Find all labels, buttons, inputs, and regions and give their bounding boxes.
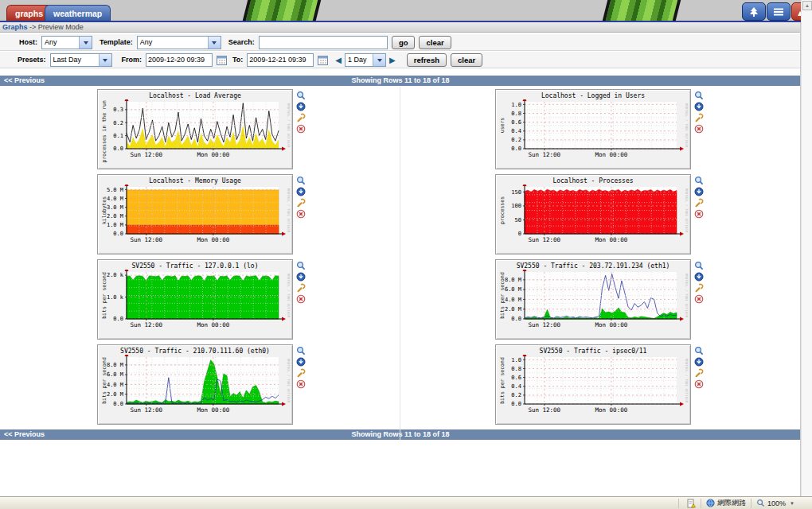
shift-span-select[interactable]: 1 Day: [345, 53, 386, 67]
graph-image[interactable]: Localhost - Processes 050100150Sun 12:00…: [495, 174, 691, 254]
remove-graph-icon[interactable]: [296, 294, 306, 304]
zoom-graph-icon[interactable]: [296, 346, 306, 356]
remove-graph-icon[interactable]: [694, 209, 704, 219]
svg-text:1.0: 1.0: [511, 357, 521, 363]
svg-text:0.0: 0.0: [511, 401, 521, 407]
graph-actions: [296, 261, 306, 304]
zoom-graph-icon[interactable]: [296, 176, 306, 185]
svg-text:bits per second: bits per second: [499, 357, 506, 404]
presets-select[interactable]: Last Day: [50, 53, 112, 67]
svg-text:0.1: 0.1: [113, 133, 123, 139]
graph-image[interactable]: Localhost - Logged in Users 0.00.20.40.6…: [495, 89, 691, 169]
go-button[interactable]: go: [392, 36, 416, 49]
breadcrumb-graphs-link[interactable]: Graphs: [2, 23, 28, 31]
graph-title: SV2550 - Traffic - 127.0.0.1 (lo): [98, 262, 292, 270]
graph-image[interactable]: SV2550 - Traffic - 210.70.111.60 (eth0) …: [97, 344, 293, 425]
svg-text:0.6: 0.6: [511, 375, 521, 381]
globe-icon: [706, 499, 715, 507]
remove-graph-icon[interactable]: [296, 124, 306, 134]
graph-title: Localhost - Processes: [496, 177, 690, 185]
from-date-input[interactable]: [146, 53, 213, 67]
svg-text:Sun 12:00: Sun 12:00: [529, 151, 561, 158]
remove-graph-icon[interactable]: [296, 209, 306, 219]
template-label: Template:: [100, 38, 133, 46]
graph-cell: Localhost - Load Average 0.00.10.20.3Sun…: [97, 89, 307, 169]
to-date-input[interactable]: [247, 53, 314, 67]
to-calendar-icon[interactable]: [317, 54, 329, 66]
svg-text:RRDTOOL / TOBI OETIKER: RRDTOOL / TOBI OETIKER: [287, 359, 291, 403]
remove-graph-icon[interactable]: [694, 294, 704, 304]
zoom-graph-icon[interactable]: [296, 91, 306, 100]
template-select[interactable]: Any: [137, 36, 221, 49]
presets-select-value: Last Day: [53, 56, 82, 64]
graph-cell: SV2550 - Traffic - ipsec0/11 0.00.20.40.…: [495, 344, 705, 425]
svg-text:2.0 M: 2.0 M: [107, 391, 123, 398]
graph-plot: 0.00.10.20.3Sun 12:00Mon 00:00processes …: [99, 99, 293, 169]
graph-cell: Localhost - Memory Usage 0.01.0 M2.0 M3.…: [97, 174, 307, 254]
graph-source-icon[interactable]: [694, 368, 704, 378]
graph-actions: [694, 176, 704, 219]
from-calendar-icon[interactable]: [216, 54, 228, 66]
graph-source-icon[interactable]: [694, 283, 704, 293]
breadcrumb-current: -> Preview Mode: [28, 23, 84, 31]
graph-source-icon[interactable]: [296, 283, 306, 293]
graph-image[interactable]: Localhost - Memory Usage 0.01.0 M2.0 M3.…: [97, 174, 293, 254]
search-input[interactable]: [259, 36, 388, 49]
svg-text:RRDTOOL / TOBI OETIKER: RRDTOOL / TOBI OETIKER: [685, 359, 689, 403]
graph-image[interactable]: Localhost - Load Average 0.00.10.20.3Sun…: [97, 89, 293, 169]
search-label: Search:: [228, 38, 255, 46]
graph-source-icon[interactable]: [694, 198, 704, 208]
zoom-graph-icon[interactable]: [694, 346, 704, 356]
browser-status-bar: 網際網路 100% ▼: [0, 496, 812, 509]
zoom-graph-icon[interactable]: [694, 176, 704, 185]
zoom-graph-icon[interactable]: [694, 91, 704, 100]
tree-view-button[interactable]: [742, 2, 766, 21]
shift-left-icon[interactable]: ◀: [335, 56, 342, 64]
graph-image[interactable]: SV2550 - Traffic - 203.72.191.234 (eth1)…: [495, 259, 691, 340]
csv-export-icon[interactable]: [694, 102, 704, 111]
remove-graph-icon[interactable]: [296, 379, 306, 389]
svg-text:6.0 M: 6.0 M: [505, 286, 521, 293]
scrollbar[interactable]: ▲: [801, 0, 812, 496]
zoom-graph-icon[interactable]: [694, 261, 704, 270]
tab-weathermap[interactable]: weathermap: [45, 5, 111, 21]
remove-graph-icon[interactable]: [694, 124, 704, 134]
shift-span-value: 1 Day: [348, 56, 367, 64]
csv-export-icon[interactable]: [296, 357, 306, 367]
svg-text:1.0 k: 1.0 k: [107, 294, 124, 301]
svg-text:8.0 M: 8.0 M: [505, 277, 521, 283]
top-banner: graphs weathermap: [0, 0, 812, 21]
graph-cell: Localhost - Logged in Users 0.00.20.40.6…: [495, 89, 705, 169]
csv-export-icon[interactable]: [296, 102, 306, 111]
csv-export-icon[interactable]: [694, 187, 704, 196]
remove-graph-icon[interactable]: [694, 379, 704, 389]
csv-export-icon[interactable]: [694, 272, 704, 282]
security-zone-segment: 網際網路: [701, 499, 751, 508]
to-label: To:: [232, 56, 243, 64]
graph-actions: [694, 346, 704, 389]
graph-image[interactable]: SV2550 - Traffic - ipsec0/11 0.00.20.40.…: [495, 344, 691, 425]
host-select[interactable]: Any: [41, 36, 92, 49]
graph-plot: 050100150Sun 12:00Mon 00:00processesRRDT…: [497, 185, 691, 254]
refresh-button[interactable]: refresh: [407, 53, 447, 67]
svg-text:processes: processes: [499, 196, 506, 224]
scroll-up-icon[interactable]: ▲: [802, 1, 812, 10]
chevron-down-icon: ▼: [790, 501, 794, 506]
shift-right-icon[interactable]: ▶: [389, 56, 396, 64]
csv-export-icon[interactable]: [296, 187, 306, 196]
csv-export-icon[interactable]: [296, 272, 306, 282]
graph-source-icon[interactable]: [296, 198, 306, 208]
graph-source-icon[interactable]: [296, 113, 306, 122]
zoom-level-segment[interactable]: 100% ▼: [751, 499, 799, 508]
list-view-button[interactable]: [767, 2, 791, 21]
graph-source-icon[interactable]: [694, 113, 704, 122]
csv-export-icon[interactable]: [694, 357, 704, 367]
rows-status: Showing Rows 11 to 18 of 18: [0, 430, 801, 438]
breadcrumb: Graphs -> Preview Mode: [0, 22, 801, 33]
svg-text:2.0 M: 2.0 M: [107, 213, 123, 220]
graph-image[interactable]: SV2550 - Traffic - 127.0.0.1 (lo) 0.01.0…: [97, 259, 293, 340]
clear-timespan-button[interactable]: clear: [451, 53, 482, 67]
graph-source-icon[interactable]: [296, 368, 306, 378]
clear-filter-button[interactable]: clear: [419, 36, 451, 49]
zoom-graph-icon[interactable]: [296, 261, 306, 270]
